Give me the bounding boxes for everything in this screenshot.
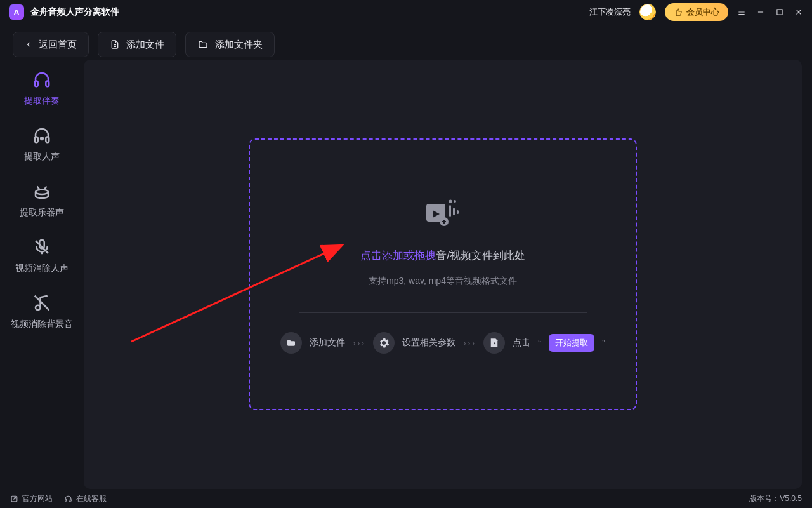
folder-step-icon: [280, 332, 302, 354]
window-controls: [737, 8, 803, 17]
open-quote: “: [538, 338, 541, 348]
footer-left: 官方网站 在线客服: [10, 493, 107, 504]
step2-label: 设置相关参数: [402, 337, 455, 349]
svg-rect-21: [70, 499, 71, 501]
sidebar: 提取伴奏 提取人声 提取乐器声 视频消除人声 视频消除背景音: [0, 60, 84, 489]
drum-icon: [32, 182, 51, 201]
media-add-icon: [422, 195, 463, 231]
sidebar-item-label: 视频消除背景音: [11, 319, 73, 330]
app-logo: A: [9, 4, 24, 20]
footer: 官方网站 在线客服 版本号：V5.0.5: [0, 489, 812, 508]
sidebar-item-extract-accompaniment[interactable]: 提取伴奏: [0, 70, 84, 107]
back-label: 返回首页: [39, 39, 77, 51]
sidebar-item-label: 提取伴奏: [24, 95, 60, 107]
svg-point-12: [449, 200, 452, 203]
folder-icon: [197, 39, 209, 50]
add-folder-label: 添加文件夹: [215, 39, 263, 51]
vip-label: 会员中心: [686, 6, 719, 18]
dropzone-main-text: 点击添加或拖拽音/视频文件到此处: [360, 248, 525, 263]
app-title: 金舟音频人声分离软件: [30, 6, 119, 18]
add-file-label: 添加文件: [126, 39, 164, 51]
vip-center-button[interactable]: 会员中心: [665, 3, 728, 21]
dropzone[interactable]: 点击添加或拖拽音/视频文件到此处 支持mp3, wav, mp4等音视频格式文件…: [249, 138, 637, 410]
sidebar-item-video-remove-vocals[interactable]: 视频消除人声: [0, 237, 84, 274]
external-link-icon: [10, 495, 18, 503]
svg-rect-2: [46, 81, 49, 87]
svg-rect-4: [46, 137, 49, 143]
back-button[interactable]: 返回首页: [13, 32, 89, 57]
add-folder-button[interactable]: 添加文件夹: [185, 32, 275, 57]
top-button-row: 返回首页 添加文件 添加文件夹: [0, 24, 812, 60]
file-icon: [110, 39, 120, 50]
svg-rect-16: [457, 210, 459, 214]
export-step-icon: [483, 332, 505, 354]
svg-rect-20: [65, 499, 67, 501]
online-support-label: 在线客服: [76, 493, 107, 504]
headphones-icon: [32, 70, 51, 89]
chevron-left-icon: [25, 40, 32, 49]
dropzone-rest-text: 音/视频文件到此处: [436, 250, 525, 262]
online-support-link[interactable]: 在线客服: [64, 493, 107, 504]
body: 提取伴奏 提取人声 提取乐器声 视频消除人声 视频消除背景音: [0, 60, 812, 489]
start-extract-button[interactable]: 开始提取: [549, 334, 594, 352]
svg-rect-14: [449, 205, 451, 217]
step-dots-icon: ›››: [353, 338, 365, 348]
headphones-voice-icon: [32, 126, 51, 145]
menu-icon[interactable]: [737, 8, 746, 17]
step3-prefix: 点击: [513, 337, 530, 349]
maximize-icon[interactable]: [775, 8, 784, 17]
sidebar-item-label: 提取乐器声: [20, 207, 64, 218]
dropzone-subtext: 支持mp3, wav, mp4等音视频格式文件: [369, 276, 517, 287]
step1-label: 添加文件: [310, 337, 345, 349]
svg-rect-1: [35, 81, 38, 87]
svg-point-5: [41, 137, 43, 140]
step-dots-icon: ›››: [463, 338, 476, 348]
dropzone-accent-text: 点击添加或拖拽: [360, 250, 436, 262]
close-icon[interactable]: [794, 8, 803, 17]
music-off-icon: [32, 293, 51, 312]
sidebar-item-label: 提取人声: [24, 151, 60, 163]
gear-step-icon: [373, 332, 395, 354]
main-panel: 点击添加或拖拽音/视频文件到此处 支持mp3, wav, mp4等音视频格式文件…: [84, 60, 802, 489]
minimize-icon[interactable]: [756, 8, 765, 17]
headset-icon: [64, 495, 72, 503]
version-label: 版本号：V5.0.5: [749, 493, 802, 504]
add-file-button[interactable]: 添加文件: [98, 32, 176, 57]
title-right: 江下凌漂亮 会员中心: [589, 3, 803, 21]
sidebar-item-label: 视频消除人声: [15, 263, 69, 274]
mic-off-icon: [32, 237, 51, 257]
title-left: A 金舟音频人声分离软件: [9, 4, 119, 20]
dropzone-divider: [299, 312, 587, 313]
official-site-link[interactable]: 官方网站: [10, 493, 53, 504]
thumbs-up-icon: [674, 8, 683, 17]
titlebar: A 金舟音频人声分离软件 江下凌漂亮 会员中心: [0, 0, 812, 24]
sidebar-item-video-remove-bgm[interactable]: 视频消除背景音: [0, 293, 84, 330]
steps-row: 添加文件 ››› 设置相关参数 ››› 点击 “ 开始提取 ”: [280, 332, 605, 354]
svg-point-6: [36, 190, 48, 195]
official-site-label: 官方网站: [22, 493, 53, 504]
svg-rect-0: [777, 10, 782, 15]
close-quote: ”: [602, 338, 605, 348]
svg-point-13: [454, 200, 456, 203]
username-label: 江下凌漂亮: [589, 6, 631, 18]
svg-rect-15: [453, 208, 455, 215]
avatar[interactable]: [639, 4, 656, 20]
sidebar-item-extract-vocals[interactable]: 提取人声: [0, 126, 84, 163]
sidebar-item-extract-instruments[interactable]: 提取乐器声: [0, 182, 84, 218]
svg-rect-3: [35, 137, 38, 143]
